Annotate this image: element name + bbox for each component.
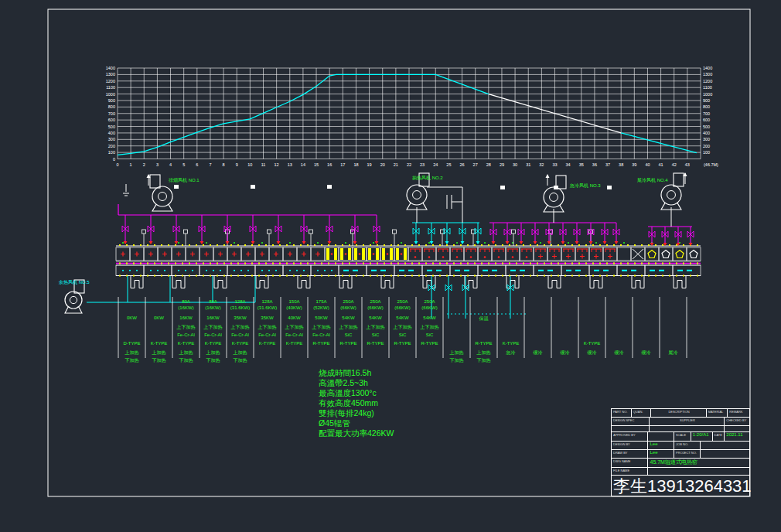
zone-spec-value: K-TYPE: [254, 341, 281, 346]
zone-spec-value: 上下加热: [416, 324, 443, 331]
zone-spec-value: 35KW: [227, 315, 254, 320]
y-tick-label: 600: [703, 118, 710, 122]
thermocouple-head: [268, 230, 271, 234]
zone-spec-column: 0KWK-TYPE上加热下加热: [145, 298, 172, 363]
zone-spec-value: 上下加热: [335, 324, 362, 331]
flow-arrow: [226, 241, 230, 244]
y-tick-label: 1100: [703, 85, 712, 90]
burner-mark: [162, 252, 167, 257]
burner-mark: [246, 252, 251, 257]
kiln-cell-cooling-fan-cells: [687, 247, 701, 261]
note-line: 最高溫度1300°c: [319, 388, 394, 398]
tb-material-label: MATERIAL: [707, 409, 728, 417]
y-tick-label: 600: [108, 118, 115, 122]
heating-element: [396, 248, 399, 260]
fan-4-label: 尾冷风机 NO.4: [637, 177, 668, 184]
zone-spec-value: 250A: [335, 299, 362, 304]
flow-arrow: [520, 241, 524, 244]
sic-element-mark: [424, 249, 435, 252]
flow-arrow: [575, 241, 579, 244]
tb-project-label: PROJECT NO.: [674, 450, 701, 458]
zone-spec-value: 上加热: [443, 350, 470, 356]
zone-spec-column: 缓冷: [633, 298, 660, 363]
note-line: 烧成時間16.5h: [319, 368, 394, 378]
y-tick-label: 300: [108, 137, 115, 142]
zone-spec-column: 尾冷: [660, 298, 687, 363]
kiln-cell-cooling-fan-cells: [673, 247, 687, 261]
x-tick-label: 16: [327, 162, 332, 167]
zone-spec-column: 150A(40KW)40KW上下加热Fe-Cr-AlK-TYPE: [281, 298, 308, 363]
flow-arrow: [650, 243, 654, 246]
silencer-icon: [447, 195, 462, 209]
flow-arrow: [149, 241, 153, 244]
kiln-leg: [674, 276, 686, 288]
x-tick-label: 0: [116, 162, 118, 167]
zone-spec-value: 上加热: [172, 350, 200, 356]
zone-spec-value: 下加热: [118, 357, 145, 364]
cooling-fan-glyph: [676, 251, 684, 258]
zone-spec-value: K-TYPE: [145, 341, 172, 346]
x-tick-label: 33: [552, 162, 557, 167]
flow-arrow: [277, 241, 281, 244]
flow-arrow: [689, 243, 693, 246]
y-tick-label: 200: [703, 144, 710, 148]
y-tick-label: 900: [108, 98, 115, 103]
flow-arrow: [251, 241, 255, 244]
y-tick-label: 500: [703, 124, 710, 129]
kiln-leg: [131, 276, 143, 288]
x-tick-label: 6: [196, 162, 198, 167]
tail-cooling-manifold: [648, 207, 694, 246]
kiln-body: [116, 230, 701, 288]
tb-remark-label: REMARK: [728, 409, 749, 417]
x-tick-label: 36: [592, 162, 597, 167]
x-tick-label: 35: [579, 162, 584, 167]
zone-spec-value: 250A: [416, 299, 443, 304]
y-tick-label: 800: [703, 104, 710, 109]
flow-arrow: [353, 241, 357, 244]
sensor-tag: [500, 186, 505, 189]
heating-element: [340, 248, 343, 260]
zone-spec-column: 250A(66KW)54KW上下加热SiCR-TYPE: [362, 298, 389, 363]
zone-spec-value: Fe-Cr-Al: [281, 332, 308, 337]
cooling-fan-glyph: [662, 251, 670, 258]
sic-element-mark: [507, 249, 518, 252]
burner-mark: [232, 252, 237, 257]
zone-spec-value: (40KW): [281, 305, 308, 310]
x-tick-label: 10: [247, 162, 252, 167]
x-tick-label: 39: [632, 162, 636, 167]
zone-spec-value: (31.6KW): [254, 305, 281, 310]
vent-icon: [123, 184, 129, 196]
zone-spec-column: 上加热下加热: [443, 298, 470, 363]
thermocouple-head: [512, 230, 516, 234]
flow-arrow: [534, 241, 537, 244]
x-tick-label: 3: [156, 162, 159, 167]
y-tick-label: 800: [108, 104, 115, 109]
zone-spec-value: 54KW: [416, 315, 443, 320]
zone-spec-value: Fe-Cr-Al: [308, 332, 335, 337]
x-tick-label: 5: [182, 162, 185, 167]
zone-spec-value: K-TYPE: [200, 341, 227, 346]
zone-spec-value: 80A: [172, 299, 200, 304]
heating-element: [382, 248, 385, 260]
zone-spec-column: 保温R-TYPE上加热下加热: [470, 298, 497, 363]
heating-element: [368, 248, 371, 260]
x-tick-label: 24: [433, 162, 438, 167]
burner-mark: [218, 252, 223, 257]
x-tick-label: 18: [353, 162, 358, 167]
y-tick-label: 1400: [106, 66, 115, 70]
zone-spec-value: 128A: [254, 299, 281, 304]
zone-spec-value: 上下加热: [172, 324, 200, 331]
y-tick-label: 0: [113, 157, 115, 162]
zone-spec-column: 80A(16KW)16KW上下加热Fe-Cr-AlK-TYPE上加热下加热: [200, 298, 227, 363]
flow-arrow: [492, 241, 496, 244]
flow-arrow: [663, 243, 667, 246]
flow-arrow: [476, 241, 480, 244]
tb-design-label: DESIGN BY: [612, 442, 648, 449]
x-tick-label: 13: [288, 162, 292, 167]
sic-element-mark: [479, 249, 490, 252]
up-arrow: [546, 174, 550, 178]
y-tick-label: 900: [703, 98, 710, 103]
x-tick-label: 26: [459, 162, 464, 167]
note-line: 高溫帶2.5~3h: [319, 378, 394, 388]
kiln-leg: [632, 276, 644, 288]
